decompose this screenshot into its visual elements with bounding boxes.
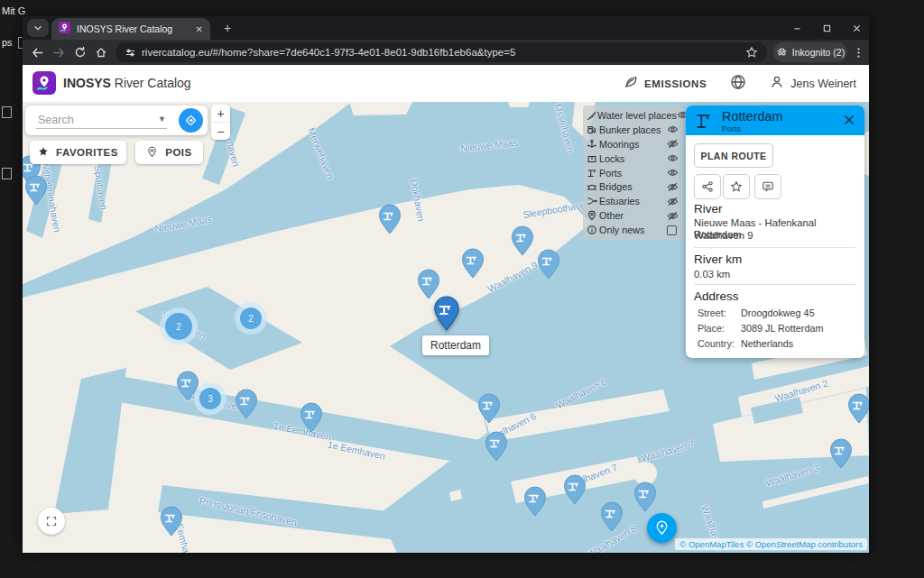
address-row: Street:Droogdokweg 45 [698, 307, 815, 318]
port-marker-pin[interactable] [600, 501, 624, 532]
port-marker-pin[interactable] [235, 389, 258, 419]
poi-pin-icon [146, 146, 158, 160]
url-text[interactable]: rivercatalog.eu/#/home?share=7de640c1-97… [142, 47, 745, 58]
address-row: Place:3089 JL Rotterdam [698, 323, 823, 334]
search-input[interactable]: Search [38, 114, 74, 126]
map-canvas[interactable]: WilhelminahavenSpuihavenVoorhavenMerweha… [23, 102, 869, 553]
layer-label: Only news [599, 225, 667, 235]
page-content: INOSYS River Catalog EMISSIONS Jens Wein… [23, 65, 869, 553]
river-km-heading: River km [694, 252, 742, 266]
zoom-out-button[interactable]: − [211, 123, 230, 140]
url-bar[interactable]: rivercatalog.eu/#/home?share=7de640c1-97… [116, 42, 767, 62]
layer-label: Estuaries [599, 196, 667, 206]
layer-row-water-level-places: Water level places [587, 108, 679, 123]
address-value: Netherlands [741, 338, 793, 349]
bookmark-star-icon[interactable] [745, 46, 758, 59]
language-button[interactable] [730, 74, 746, 94]
port-marker-pin[interactable] [300, 402, 323, 433]
port-marker-pin[interactable] [537, 249, 560, 280]
address-label: Place: [698, 323, 741, 334]
star-icon [38, 146, 49, 159]
port-marker-pin[interactable] [477, 393, 501, 424]
search-caret-icon[interactable]: ▼ [158, 115, 166, 124]
eye-off-icon[interactable] [667, 138, 679, 150]
zoom-in-button[interactable]: + [211, 105, 230, 123]
eye-off-icon[interactable] [667, 196, 679, 207]
port-marker-pin[interactable] [160, 506, 183, 537]
locate-poi-fab[interactable] [647, 513, 677, 543]
marker-cluster[interactable]: 3 [199, 388, 221, 409]
tab-close-icon[interactable]: ✕ [196, 24, 203, 34]
layer-row-other: Other [587, 208, 679, 223]
port-marker-pin[interactable] [24, 175, 48, 206]
marker-cluster[interactable]: 2 [240, 307, 262, 329]
selected-place-tooltip: Rotterdam [422, 335, 489, 355]
port-marker-pin[interactable] [523, 486, 547, 517]
background-icon [2, 168, 12, 179]
port-marker-pin[interactable] [633, 482, 657, 512]
port-marker-pin[interactable] [461, 248, 485, 279]
port-marker-pin[interactable] [485, 431, 508, 462]
browser-menu-icon[interactable] [853, 46, 864, 62]
emissions-button[interactable]: EMISSIONS [624, 75, 707, 93]
divider [694, 247, 855, 248]
desktop-background: Mit G ps INOSYS River Catalog ✕ + [0, 0, 924, 578]
layer-row-moorings: Moorings [587, 137, 679, 151]
app-title-rest: River Catalog [111, 76, 191, 90]
forward-button[interactable] [52, 46, 66, 60]
directions-button[interactable] [179, 108, 203, 133]
selected-port-marker-pin[interactable] [433, 296, 460, 331]
port-marker-pin[interactable] [563, 474, 587, 505]
port-marker-pin[interactable] [829, 438, 853, 469]
map-attribution[interactable]: © OpenMapTiles © OpenStreetMap contribut… [675, 538, 867, 550]
detail-close-icon[interactable] [843, 114, 855, 130]
port-marker-pin[interactable] [847, 393, 869, 424]
detail-title: Rotterdam [722, 109, 783, 124]
eye-off-icon[interactable] [667, 181, 679, 193]
incognito-badge: Inkognito (2) [773, 42, 847, 62]
window-maximize-button[interactable] [822, 23, 832, 33]
comment-button[interactable] [754, 174, 781, 199]
marker-cluster[interactable]: 2 [165, 313, 192, 340]
fullscreen-button[interactable] [38, 508, 65, 535]
detail-subtitle: Ports [722, 124, 741, 133]
back-button[interactable] [31, 46, 44, 60]
tab-favicon [59, 21, 70, 37]
home-button[interactable] [95, 46, 107, 59]
reload-button[interactable] [74, 46, 87, 59]
plan-route-button[interactable]: PLAN ROUTE [694, 143, 773, 168]
site-settings-icon[interactable] [125, 47, 136, 59]
eye-icon[interactable] [667, 124, 679, 135]
layer-row-only-news: Only news [587, 223, 679, 237]
window-minimize-button[interactable] [792, 23, 802, 33]
share-button[interactable] [694, 174, 721, 199]
detail-panel-header: Rotterdam Ports [686, 106, 864, 135]
eye-icon[interactable] [667, 152, 679, 164]
app-logo[interactable] [32, 71, 56, 95]
app-header: INOSYS River Catalog EMISSIONS Jens Wein… [23, 65, 869, 103]
incognito-icon [776, 46, 788, 60]
favorite-star-button[interactable] [723, 174, 750, 199]
eye-icon[interactable] [667, 167, 679, 179]
eye-off-icon[interactable] [667, 210, 679, 222]
favorites-button[interactable]: FAVORITES [30, 141, 126, 164]
window-close-button[interactable] [852, 23, 862, 33]
port-marker-pin[interactable] [511, 225, 534, 256]
port-marker-pin[interactable] [176, 371, 199, 401]
browser-tab[interactable]: INOSYS River Catalog ✕ [51, 18, 210, 40]
pois-button[interactable]: POIS [135, 141, 203, 164]
port-marker-pin[interactable] [378, 204, 402, 234]
layer-label: Bunker places [599, 124, 667, 135]
tab-strip: INOSYS River Catalog ✕ + [23, 16, 869, 40]
layer-row-bunker-places: Bunker places [587, 123, 679, 137]
divider [694, 284, 855, 285]
tab-search-chevron-icon[interactable] [27, 19, 49, 37]
gauge-icon [587, 110, 597, 121]
only-news-checkbox[interactable] [667, 225, 679, 235]
layer-label: Moorings [599, 139, 667, 150]
user-menu[interactable]: Jens Weinert [770, 75, 856, 93]
user-icon [770, 75, 784, 93]
port-marker-pin[interactable] [417, 269, 440, 299]
new-tab-button[interactable]: + [219, 21, 236, 35]
lockgate-icon [587, 153, 599, 164]
